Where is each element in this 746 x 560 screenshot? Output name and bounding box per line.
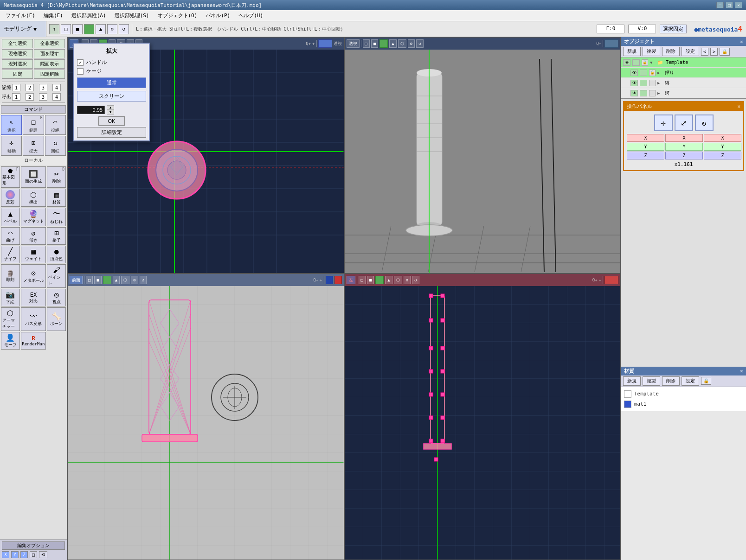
vp-btn-refresh-bl[interactable]: ↺: [140, 276, 147, 284]
vp-btn-gear-bl[interactable]: ⚙: [131, 276, 138, 284]
obj-eye2-tsuba[interactable]: [640, 70, 647, 76]
tool-morph[interactable]: 👤 モーフ: [1, 332, 20, 350]
obj-row-template[interactable]: 👁 🔒 ▼ 📁 Template: [621, 57, 746, 68]
obj-lock-shibari[interactable]: [649, 80, 656, 86]
cmd-range[interactable]: □ R 範囲: [23, 115, 44, 135]
mat-new-button[interactable]: 新規: [623, 376, 641, 386]
memory-store-2[interactable]: 2: [26, 84, 34, 91]
obj-eye-shibari[interactable]: 👁: [630, 80, 638, 86]
tool-bone[interactable]: 🦴 ボーン: [47, 307, 66, 331]
obj-copy-button[interactable]: 複製: [643, 47, 660, 56]
z-axis-btn[interactable]: Z: [20, 551, 28, 558]
material-panel-close[interactable]: ✕: [740, 368, 743, 374]
obj-lock-template[interactable]: 🔒: [642, 59, 648, 66]
tool-background[interactable]: 📷 下絵: [1, 289, 20, 306]
tool-bevel[interactable]: ▲ ベベル: [1, 208, 20, 226]
vp-btn-solid-r[interactable]: ■: [371, 39, 378, 48]
obj-next-button[interactable]: >: [710, 48, 718, 56]
tool-armature[interactable]: ⬡ アーマチャー: [1, 307, 20, 331]
tool-renderman[interactable]: R RenderMan: [21, 332, 46, 350]
obj-expand-template[interactable]: ▼: [650, 60, 656, 65]
obj-eye-template[interactable]: 👁: [623, 59, 630, 66]
tool-lattice[interactable]: ⊞ 格子: [47, 227, 66, 245]
menu-select-attr[interactable]: 選択部属性(A): [68, 11, 110, 20]
vp-btn-rect-bl[interactable]: □: [86, 276, 93, 284]
menu-panel[interactable]: パネル(P): [202, 11, 234, 20]
minimize-button[interactable]: ─: [716, 2, 724, 8]
menu-object[interactable]: オブジェクト(O): [154, 11, 201, 20]
tool-basic-shapes[interactable]: ⬟ 基本図形 F: [1, 166, 20, 188]
ops-rotate-button[interactable]: ⤢: [675, 115, 693, 131]
tool-delete[interactable]: ✂ 削除 D: [47, 166, 66, 188]
ops-y2-btn[interactable]: Y: [665, 143, 703, 151]
maximize-button[interactable]: □: [726, 2, 733, 8]
cmd-move[interactable]: ✛ 移動: [1, 136, 22, 156]
memory-store-4[interactable]: 4: [52, 84, 61, 91]
vp-view-left[interactable]: 左: [347, 276, 355, 284]
zoom-detail-button[interactable]: 詳細設定: [77, 127, 146, 138]
memory-store-1[interactable]: 1: [12, 84, 20, 91]
ops-move-button[interactable]: ✛: [654, 115, 673, 131]
ops-z3-btn[interactable]: Z: [704, 152, 741, 159]
mat-delete-button[interactable]: 削除: [662, 376, 680, 386]
zoom-ok-button[interactable]: OK: [98, 116, 125, 126]
toolbar-icon-7[interactable]: ↺: [119, 24, 129, 34]
vp-btn-gear-r[interactable]: ⚙: [408, 39, 415, 48]
ops-z1-btn[interactable]: Z: [627, 152, 664, 159]
mat-copy-button[interactable]: 複製: [643, 376, 660, 386]
tool-paint[interactable]: 🖌 ペイント: [47, 264, 66, 288]
object-panel-close[interactable]: ✕: [740, 38, 743, 45]
toolbar-icon-6[interactable]: ⚙: [107, 24, 117, 34]
vp-btn-solid-bl[interactable]: ■: [94, 276, 101, 284]
cmd-rotate[interactable]: ↻ 回転: [45, 136, 66, 156]
menu-help[interactable]: ヘルプ(H): [235, 11, 267, 20]
tool-compare[interactable]: EX 対比: [21, 289, 46, 306]
menu-edit[interactable]: 編集(E): [40, 11, 67, 20]
tool-viewpoint[interactable]: ◎ 視点: [47, 289, 66, 306]
obj-lock-tsuba[interactable]: 🔒: [649, 70, 656, 76]
obj-row-tsuba2[interactable]: 👁 ▶ 鍔: [621, 88, 746, 98]
obj-new-button[interactable]: 新規: [623, 47, 641, 56]
tool-tilt[interactable]: ↺ 傾き: [21, 227, 46, 245]
tool-path-deform[interactable]: 〰 パス変形: [21, 307, 46, 331]
tool-bend[interactable]: ⌒ 曲げ: [1, 227, 20, 245]
tool-material[interactable]: ▦ 材質: [47, 189, 66, 207]
tool-magnet[interactable]: 🔮 マグネット: [21, 208, 46, 226]
obj-eye-tsuba2[interactable]: 👁: [630, 90, 638, 96]
edit-icon-2[interactable]: ⟲: [39, 551, 47, 558]
obj-lock-button[interactable]: 🔒: [720, 48, 730, 56]
obj-eye2-shibari[interactable]: [640, 80, 647, 86]
toolbar-icon-1[interactable]: ↑: [49, 24, 59, 34]
viewport-top-right[interactable]: 透視 □ ■ ▲ ⬡ ⚙ ↺ Q+: [344, 37, 621, 274]
y-axis-btn[interactable]: Y: [11, 551, 19, 558]
tool-sculpt[interactable]: 🗿 彫刻: [1, 264, 20, 288]
hidden-display-button[interactable]: 隠面表示: [34, 59, 65, 69]
ops-scale-button[interactable]: ↻: [695, 115, 714, 131]
vp-btn-hex-br[interactable]: ⬡: [394, 276, 402, 284]
memory-recall-1[interactable]: 1: [12, 93, 20, 101]
obj-expand-tsuba2[interactable]: ▶: [657, 91, 663, 95]
close-button[interactable]: ✕: [735, 2, 742, 8]
select-fixed[interactable]: 選択固定: [660, 25, 687, 33]
ops-x3-btn[interactable]: X: [704, 134, 741, 142]
menu-select-process[interactable]: 選択部処理(S): [111, 11, 153, 20]
obj-lock-tsuba2[interactable]: [649, 90, 656, 96]
menu-file[interactable]: ファイル(F): [2, 11, 39, 20]
vp-btn-refresh-r[interactable]: ↺: [416, 39, 423, 48]
toolbar-icon-4[interactable]: [84, 24, 94, 34]
memory-recall-3[interactable]: 3: [39, 93, 47, 101]
vp-view-perspective[interactable]: 透視: [347, 39, 360, 48]
zoom-normal-button[interactable]: 通常: [77, 77, 146, 88]
vp-btn-tri-bl[interactable]: ▲: [113, 276, 120, 284]
vp-btn-hex-r[interactable]: ⬡: [398, 39, 406, 48]
zoom-spin-up[interactable]: ▲: [107, 105, 114, 110]
memory-recall-2[interactable]: 2: [26, 93, 34, 101]
current-select-button[interactable]: 現物選択: [2, 49, 33, 58]
vp-btn-hex-bl[interactable]: ⬡: [121, 276, 129, 284]
obj-settings-button[interactable]: 設定: [682, 47, 699, 56]
all-select-button[interactable]: 全て選択: [2, 39, 33, 48]
tool-knife[interactable]: ╱ ナイフ: [1, 246, 20, 263]
ops-z2-btn[interactable]: Z: [665, 152, 703, 159]
zoom-value-input[interactable]: [77, 106, 105, 114]
vp-btn-solid-br[interactable]: ■: [367, 276, 374, 284]
